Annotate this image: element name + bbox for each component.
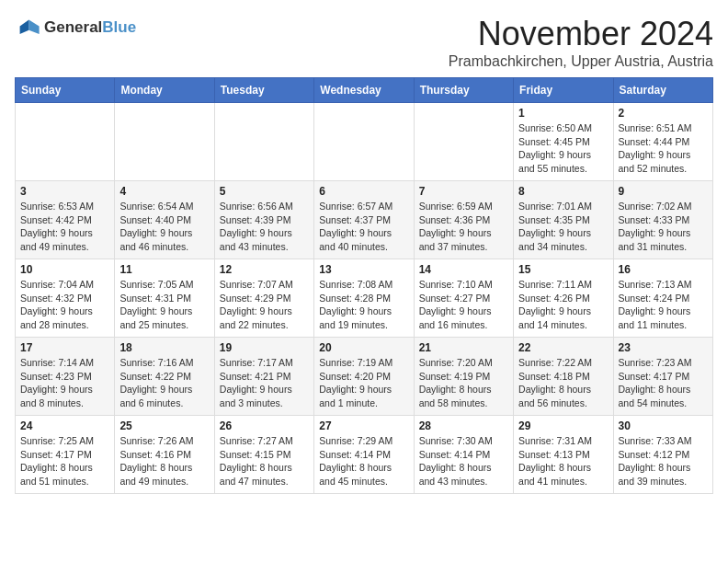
calendar-cell — [214, 103, 313, 181]
day-number: 30 — [619, 419, 708, 432]
calendar-cell: 6Sunrise: 6:57 AM Sunset: 4:37 PM Daylig… — [314, 181, 414, 259]
calendar-cell: 19Sunrise: 7:17 AM Sunset: 4:21 PM Dayli… — [214, 338, 313, 416]
weekday-header: Thursday — [414, 78, 513, 103]
calendar-cell: 27Sunrise: 7:29 AM Sunset: 4:14 PM Dayli… — [314, 416, 414, 494]
calendar-cell: 7Sunrise: 6:59 AM Sunset: 4:36 PM Daylig… — [414, 181, 513, 259]
day-info: Sunrise: 7:30 AM Sunset: 4:14 PM Dayligh… — [419, 434, 508, 488]
calendar-cell: 17Sunrise: 7:14 AM Sunset: 4:23 PM Dayli… — [16, 338, 115, 416]
weekday-header: Monday — [115, 78, 214, 103]
day-number: 16 — [619, 263, 708, 276]
calendar-cell: 25Sunrise: 7:26 AM Sunset: 4:16 PM Dayli… — [115, 416, 214, 494]
day-number: 9 — [619, 185, 708, 198]
day-number: 29 — [518, 419, 608, 432]
day-info: Sunrise: 7:14 AM Sunset: 4:23 PM Dayligh… — [20, 356, 109, 410]
day-info: Sunrise: 7:16 AM Sunset: 4:22 PM Dayligh… — [119, 356, 209, 410]
calendar-cell — [16, 103, 115, 181]
calendar-cell: 13Sunrise: 7:08 AM Sunset: 4:28 PM Dayli… — [314, 259, 414, 338]
day-info: Sunrise: 6:57 AM Sunset: 4:37 PM Dayligh… — [319, 200, 408, 254]
logo-text: GeneralBlue — [44, 18, 136, 37]
day-info: Sunrise: 6:59 AM Sunset: 4:36 PM Dayligh… — [419, 200, 508, 254]
weekday-header-row: SundayMondayTuesdayWednesdayThursdayFrid… — [16, 78, 713, 103]
day-info: Sunrise: 6:51 AM Sunset: 4:44 PM Dayligh… — [619, 121, 708, 176]
weekday-header: Sunday — [16, 78, 115, 103]
day-info: Sunrise: 7:25 AM Sunset: 4:17 PM Dayligh… — [20, 434, 109, 488]
calendar-cell: 15Sunrise: 7:11 AM Sunset: 4:26 PM Dayli… — [514, 259, 613, 338]
calendar-cell: 21Sunrise: 7:20 AM Sunset: 4:19 PM Dayli… — [414, 338, 513, 416]
calendar-cell: 14Sunrise: 7:10 AM Sunset: 4:27 PM Dayli… — [414, 259, 513, 338]
day-number: 1 — [518, 107, 608, 120]
day-info: Sunrise: 7:31 AM Sunset: 4:13 PM Dayligh… — [518, 434, 608, 488]
day-number: 26 — [220, 419, 309, 432]
day-info: Sunrise: 7:10 AM Sunset: 4:27 PM Dayligh… — [419, 278, 508, 332]
day-info: Sunrise: 7:02 AM Sunset: 4:33 PM Dayligh… — [619, 200, 708, 254]
logo-icon — [15, 15, 40, 40]
calendar-cell: 18Sunrise: 7:16 AM Sunset: 4:22 PM Dayli… — [115, 338, 214, 416]
calendar-cell: 1Sunrise: 6:50 AM Sunset: 4:45 PM Daylig… — [514, 103, 613, 181]
day-number: 22 — [518, 341, 608, 354]
day-info: Sunrise: 7:23 AM Sunset: 4:17 PM Dayligh… — [619, 356, 708, 410]
calendar-cell: 11Sunrise: 7:05 AM Sunset: 4:31 PM Dayli… — [115, 259, 214, 338]
calendar-cell: 8Sunrise: 7:01 AM Sunset: 4:35 PM Daylig… — [514, 181, 613, 259]
calendar-cell: 28Sunrise: 7:30 AM Sunset: 4:14 PM Dayli… — [414, 416, 513, 494]
day-info: Sunrise: 7:26 AM Sunset: 4:16 PM Dayligh… — [119, 434, 209, 488]
day-info: Sunrise: 7:33 AM Sunset: 4:12 PM Dayligh… — [619, 434, 708, 488]
day-number: 5 — [220, 185, 309, 198]
calendar-cell: 26Sunrise: 7:27 AM Sunset: 4:15 PM Dayli… — [214, 416, 313, 494]
day-number: 13 — [319, 263, 408, 276]
day-info: Sunrise: 7:22 AM Sunset: 4:18 PM Dayligh… — [518, 356, 608, 410]
weekday-header: Friday — [514, 78, 613, 103]
page-header: GeneralBlue November 2024 Prambachkirche… — [15, 15, 713, 70]
day-info: Sunrise: 7:13 AM Sunset: 4:24 PM Dayligh… — [619, 278, 708, 332]
day-number: 14 — [419, 263, 508, 276]
week-row: 3Sunrise: 6:53 AM Sunset: 4:42 PM Daylig… — [16, 181, 713, 259]
day-info: Sunrise: 7:29 AM Sunset: 4:14 PM Dayligh… — [319, 434, 408, 488]
calendar-cell: 12Sunrise: 7:07 AM Sunset: 4:29 PM Dayli… — [214, 259, 313, 338]
day-info: Sunrise: 6:56 AM Sunset: 4:39 PM Dayligh… — [220, 200, 309, 254]
day-info: Sunrise: 6:54 AM Sunset: 4:40 PM Dayligh… — [119, 200, 209, 254]
day-info: Sunrise: 7:20 AM Sunset: 4:19 PM Dayligh… — [419, 356, 508, 410]
day-number: 3 — [20, 185, 109, 198]
day-info: Sunrise: 7:01 AM Sunset: 4:35 PM Dayligh… — [518, 200, 608, 254]
day-number: 25 — [119, 419, 209, 432]
logo: GeneralBlue — [15, 15, 136, 40]
calendar-cell — [314, 103, 414, 181]
location-title: Prambachkirchen, Upper Austria, Austria — [449, 53, 713, 70]
calendar-cell: 4Sunrise: 6:54 AM Sunset: 4:40 PM Daylig… — [115, 181, 214, 259]
calendar-cell: 24Sunrise: 7:25 AM Sunset: 4:17 PM Dayli… — [16, 416, 115, 494]
week-row: 17Sunrise: 7:14 AM Sunset: 4:23 PM Dayli… — [16, 338, 713, 416]
weekday-header: Saturday — [613, 78, 712, 103]
day-number: 21 — [419, 341, 508, 354]
day-number: 12 — [220, 263, 309, 276]
month-title: November 2024 — [449, 15, 713, 53]
day-info: Sunrise: 7:19 AM Sunset: 4:20 PM Dayligh… — [319, 356, 408, 410]
calendar-cell: 5Sunrise: 6:56 AM Sunset: 4:39 PM Daylig… — [214, 181, 313, 259]
day-number: 27 — [319, 419, 408, 432]
calendar-cell: 9Sunrise: 7:02 AM Sunset: 4:33 PM Daylig… — [613, 181, 712, 259]
calendar-cell: 10Sunrise: 7:04 AM Sunset: 4:32 PM Dayli… — [16, 259, 115, 338]
day-info: Sunrise: 7:08 AM Sunset: 4:28 PM Dayligh… — [319, 278, 408, 332]
calendar-cell: 3Sunrise: 6:53 AM Sunset: 4:42 PM Daylig… — [16, 181, 115, 259]
week-row: 24Sunrise: 7:25 AM Sunset: 4:17 PM Dayli… — [16, 416, 713, 494]
calendar-cell: 30Sunrise: 7:33 AM Sunset: 4:12 PM Dayli… — [613, 416, 712, 494]
day-number: 10 — [20, 263, 109, 276]
week-row: 10Sunrise: 7:04 AM Sunset: 4:32 PM Dayli… — [16, 259, 713, 338]
calendar-cell: 22Sunrise: 7:22 AM Sunset: 4:18 PM Dayli… — [514, 338, 613, 416]
day-number: 2 — [619, 107, 708, 120]
calendar-cell: 2Sunrise: 6:51 AM Sunset: 4:44 PM Daylig… — [613, 103, 712, 181]
day-info: Sunrise: 7:05 AM Sunset: 4:31 PM Dayligh… — [119, 278, 209, 332]
day-info: Sunrise: 6:53 AM Sunset: 4:42 PM Dayligh… — [20, 200, 109, 254]
day-number: 20 — [319, 341, 408, 354]
calendar-cell — [115, 103, 214, 181]
calendar-cell: 16Sunrise: 7:13 AM Sunset: 4:24 PM Dayli… — [613, 259, 712, 338]
day-number: 28 — [419, 419, 508, 432]
day-number: 23 — [619, 341, 708, 354]
day-info: Sunrise: 7:27 AM Sunset: 4:15 PM Dayligh… — [220, 434, 309, 488]
day-number: 18 — [119, 341, 209, 354]
day-info: Sunrise: 7:07 AM Sunset: 4:29 PM Dayligh… — [220, 278, 309, 332]
calendar-cell — [414, 103, 513, 181]
day-number: 15 — [518, 263, 608, 276]
calendar-cell: 23Sunrise: 7:23 AM Sunset: 4:17 PM Dayli… — [613, 338, 712, 416]
day-number: 17 — [20, 341, 109, 354]
day-number: 8 — [518, 185, 608, 198]
day-number: 11 — [119, 263, 209, 276]
